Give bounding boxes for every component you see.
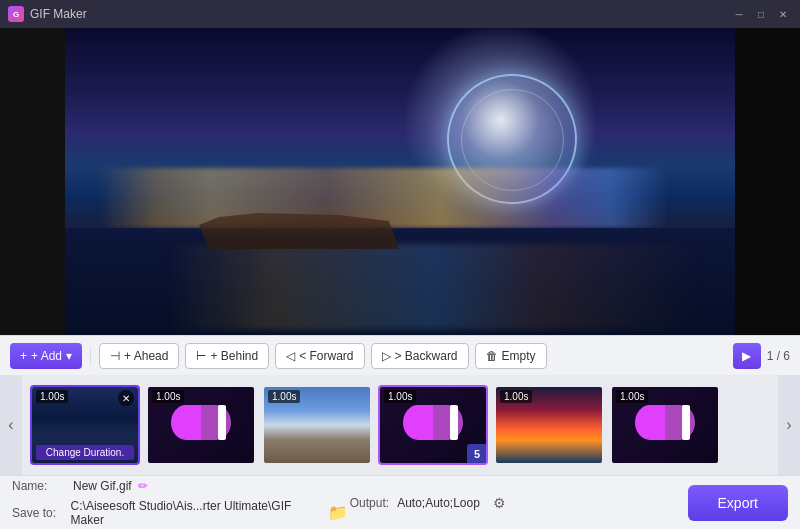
frame-close-1[interactable]: ✕ — [118, 390, 134, 406]
play-button[interactable]: ▶ — [733, 343, 761, 369]
timeline-next-button[interactable]: › — [778, 375, 800, 475]
frame-duration-5: 1.00s — [500, 390, 532, 403]
name-value: New Gif.gif — [73, 479, 132, 493]
logo-right-2 — [201, 405, 231, 440]
scene-background — [65, 28, 735, 335]
behind-button[interactable]: ⊢ + Behind — [185, 343, 269, 369]
logo-i-2 — [218, 405, 226, 440]
saveto-path: C:\Aiseesoft Studio\Ais...rter Ultimate\… — [71, 499, 317, 527]
backward-icon: ▷ — [382, 349, 391, 363]
frame-item-1[interactable]: 1.00s ✕ Change Duration. — [30, 385, 140, 465]
timeline-scroll: 1.00s ✕ Change Duration. 1.00s 1.00s — [22, 375, 778, 475]
maximize-button[interactable]: □ — [752, 5, 770, 23]
preview-image — [65, 28, 735, 335]
ahead-icon: ⊣ — [110, 349, 120, 363]
side-bar-right — [735, 28, 800, 335]
toolbar: + + Add ▾ ⊣ + Ahead ⊢ + Behind ◁ < Forwa… — [0, 335, 800, 375]
empty-button[interactable]: 🗑 Empty — [475, 343, 547, 369]
output-value: Auto;Auto;Loop — [397, 496, 480, 510]
bottom-middle: Output: Auto;Auto;Loop ⚙ — [350, 491, 688, 515]
play-icon: ▶ — [742, 349, 751, 363]
logo-shape-2 — [171, 400, 231, 450]
page-nav: ▶ 1 / 6 — [733, 343, 790, 369]
export-button[interactable]: Export — [688, 485, 788, 521]
frame-duration-4: 1.00s — [384, 390, 416, 403]
logo-shape-6 — [635, 400, 695, 450]
edit-icon[interactable]: ✏ — [138, 479, 148, 493]
close-button[interactable]: ✕ — [774, 5, 792, 23]
logo-shape-4 — [403, 400, 463, 450]
name-field: Name: New Gif.gif ✏ — [12, 479, 350, 493]
backward-button[interactable]: ▷ > Backward — [371, 343, 469, 369]
ahead-button[interactable]: ⊣ + Ahead — [99, 343, 179, 369]
window-title: GIF Maker — [30, 7, 87, 21]
logo-right-4 — [433, 405, 463, 440]
frame-label-1: Change Duration. — [36, 445, 134, 460]
forward-button[interactable]: ◁ < Forward — [275, 343, 364, 369]
bottom-bar: Name: New Gif.gif ✏ Save to: C:\Aiseesof… — [0, 475, 800, 529]
bottom-right: Export — [688, 485, 788, 521]
behind-icon: ⊢ — [196, 349, 206, 363]
name-label: Name: — [12, 479, 67, 493]
add-label: + Add — [31, 349, 62, 363]
frame-duration-1: 1.00s — [36, 390, 68, 403]
water-reflection — [166, 244, 702, 330]
logo-left-6 — [635, 405, 665, 440]
saveto-field: Save to: C:\Aiseesoft Studio\Ais...rter … — [12, 499, 350, 527]
frame-item-4[interactable]: 1.00s 5 — [378, 385, 488, 465]
preview-area — [0, 28, 800, 335]
frame-item-3[interactable]: 1.00s — [262, 385, 372, 465]
add-dropdown-icon: ▾ — [66, 349, 72, 363]
logo-i-4 — [450, 405, 458, 440]
frame-badge-4: 5 — [467, 444, 487, 464]
minimize-button[interactable]: ─ — [730, 5, 748, 23]
output-label: Output: — [350, 496, 389, 510]
window-controls: ─ □ ✕ — [730, 5, 792, 23]
saveto-label: Save to: — [12, 506, 65, 520]
logo-i-6 — [682, 405, 690, 440]
trash-icon: 🗑 — [486, 349, 498, 363]
logo-right-6 — [665, 405, 695, 440]
frame-duration-6: 1.00s — [616, 390, 648, 403]
add-button[interactable]: + + Add ▾ — [10, 343, 82, 369]
settings-icon[interactable]: ⚙ — [488, 491, 512, 515]
separator-1 — [90, 346, 91, 366]
folder-icon[interactable]: 📁 — [327, 501, 350, 525]
page-info: 1 / 6 — [767, 349, 790, 363]
frame-item-5[interactable]: 1.00s — [494, 385, 604, 465]
bottom-left: Name: New Gif.gif ✏ Save to: C:\Aiseesof… — [12, 479, 350, 527]
title-bar-left: G GIF Maker — [8, 6, 87, 22]
title-bar: G GIF Maker ─ □ ✕ — [0, 0, 800, 28]
logo-left-4 — [403, 405, 433, 440]
city-lights — [99, 168, 669, 228]
app-icon: G — [8, 6, 24, 22]
frame-item-2[interactable]: 1.00s — [146, 385, 256, 465]
timeline-area: ‹ 1.00s ✕ Change Duration. 1.00s 1.00s — [0, 375, 800, 475]
logo-left-2 — [171, 405, 201, 440]
frame-item-6[interactable]: 1.00s — [610, 385, 720, 465]
add-icon: + — [20, 349, 27, 363]
forward-icon: ◁ — [286, 349, 295, 363]
frame-duration-2: 1.00s — [152, 390, 184, 403]
water-area — [65, 228, 735, 335]
frame-duration-3: 1.00s — [268, 390, 300, 403]
timeline-prev-button[interactable]: ‹ — [0, 375, 22, 475]
